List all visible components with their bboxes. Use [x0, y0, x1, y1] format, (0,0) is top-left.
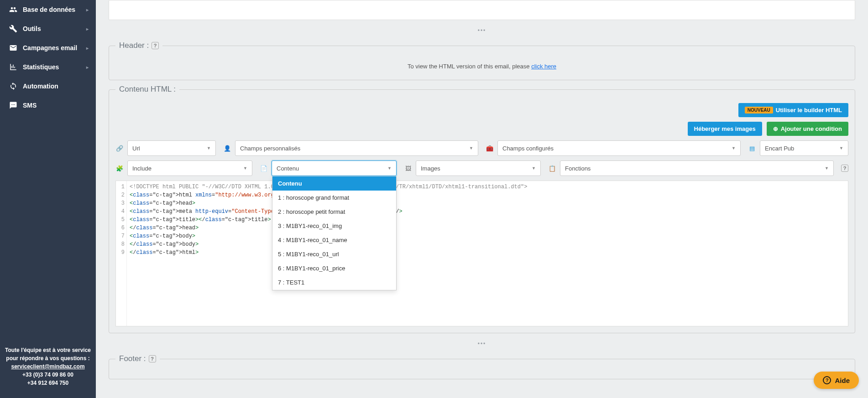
sidebar-item-label: SMS — [23, 102, 37, 109]
sidebar-item-label: Statistiques — [23, 63, 59, 71]
builder-button[interactable]: NOUVEAU Utiliser le builder HTML — [738, 103, 848, 117]
html-editor[interactable]: 123456789 <!DOCTYPE html PUBLIC "-//W3C/… — [115, 181, 848, 326]
top-panel — [109, 0, 855, 20]
add-condition-button[interactable]: ⊕ Ajouter une condition — [767, 122, 848, 136]
champs-config-select[interactable]: Champs configurés▼ — [497, 140, 741, 156]
sidebar-footer: Toute l'équipe est à votre service pour … — [0, 338, 96, 398]
champs-perso-select[interactable]: Champs personnalisés▼ — [235, 140, 478, 156]
help-icon[interactable]: ? — [152, 42, 159, 49]
sidebar-item-sms[interactable]: SMS — [0, 96, 96, 115]
wrench-icon — [9, 25, 17, 33]
help-icon[interactable]: ? — [149, 355, 156, 362]
question-circle-icon: ? — [823, 376, 831, 384]
help-icon[interactable]: ? — [841, 165, 848, 172]
dropdown-item[interactable]: 2 : horoscope petit format — [272, 205, 396, 219]
sidebar-item-label: Base de données — [23, 6, 75, 13]
toolbox-icon: 🧰 — [486, 144, 494, 152]
dropdown-item[interactable]: 6 : M1BY1-reco_01_price — [272, 261, 396, 275]
header-fieldset: Header : ? To view the HTML version of t… — [109, 41, 855, 80]
chevron-right-icon: ▸ — [86, 46, 89, 51]
fonctions-select[interactable]: Fonctions▼ — [560, 160, 834, 176]
contenu-dropdown: Contenu1 : horoscope grand format2 : hor… — [272, 176, 397, 290]
dropdown-item[interactable]: Contenu — [272, 176, 396, 191]
link-icon: 🔗 — [115, 144, 124, 152]
refresh-icon — [9, 82, 17, 90]
sms-icon — [9, 101, 17, 109]
images-select[interactable]: Images▼ — [416, 160, 541, 176]
include-select[interactable]: Include▼ — [127, 160, 252, 176]
support-email-link[interactable]: serviceclient@mindbaz.com — [11, 363, 84, 370]
dropdown-item[interactable]: 5 : M1BY1-reco_01_url — [272, 247, 396, 261]
sidebar-item-label: Automation — [23, 83, 58, 90]
sidebar-item-stats[interactable]: Statistiques ▸ — [0, 57, 96, 77]
chevron-right-icon: ▸ — [86, 65, 89, 70]
resize-grip[interactable]: ••• — [96, 338, 868, 350]
envelope-icon — [9, 44, 17, 52]
footer-fieldset: Footer : ? — [109, 354, 855, 379]
copy-icon: 📄 — [260, 164, 268, 172]
dropdown-item[interactable]: 7 : TEST1 — [272, 275, 396, 289]
resize-grip[interactable]: ••• — [96, 25, 868, 36]
dropdown-item[interactable]: 8 : TEST2 — [272, 289, 396, 290]
function-icon: 📋 — [548, 164, 556, 172]
users-icon — [9, 5, 17, 14]
main-content: ••• Header : ? To view the HTML version … — [96, 0, 868, 398]
sidebar-item-label: Outils — [23, 25, 41, 32]
content-legend: Contenu HTML : — [115, 85, 179, 94]
footer-legend: Footer : ? — [115, 354, 160, 363]
content-fieldset: Contenu HTML : NOUVEAU Utiliser le build… — [109, 85, 855, 333]
sidebar-item-label: Campagnes email — [23, 44, 77, 52]
chevron-right-icon: ▸ — [86, 26, 89, 31]
contenu-select[interactable]: Contenu▼ Contenu1 : horoscope grand form… — [272, 160, 397, 176]
editor-gutter: 123456789 — [116, 181, 127, 326]
chart-icon — [9, 63, 17, 71]
puzzle-icon: 🧩 — [115, 164, 124, 172]
sidebar-item-database[interactable]: Base de données ▸ — [0, 0, 96, 19]
plus-circle-icon: ⊕ — [773, 125, 778, 132]
dropdown-item[interactable]: 1 : horoscope grand format — [272, 191, 396, 205]
dropdown-item[interactable]: 4 : M1BY1-reco_01_name — [272, 233, 396, 247]
help-button[interactable]: ? Aide — [814, 372, 859, 389]
host-images-button[interactable]: Héberger mes images — [688, 122, 762, 136]
editor-code[interactable]: <!DOCTYPE html PUBLIC "-//W3C//DTD XHTML… — [127, 181, 848, 326]
header-legend: Header : ? — [115, 41, 162, 50]
header-preview: To view the HTML version of this email, … — [115, 59, 848, 73]
image-icon: 🖼 — [404, 164, 412, 172]
dropdown-item[interactable]: 3 : M1BY1-reco_01_img — [272, 219, 396, 233]
url-select[interactable]: Url▼ — [127, 140, 216, 156]
sidebar-item-tools[interactable]: Outils ▸ — [0, 19, 96, 38]
encart-pub-select[interactable]: Encart Pub▼ — [760, 140, 848, 156]
sidebar-item-campaigns[interactable]: Campagnes email ▸ — [0, 38, 96, 57]
sidebar-item-automation[interactable]: Automation — [0, 77, 96, 96]
user-icon: 👤 — [223, 144, 231, 152]
chevron-right-icon: ▸ — [86, 7, 89, 12]
sidebar: Base de données ▸ Outils ▸ Campagnes ema… — [0, 0, 96, 398]
layout-icon: ▤ — [748, 144, 756, 152]
view-html-link[interactable]: click here — [531, 63, 556, 70]
